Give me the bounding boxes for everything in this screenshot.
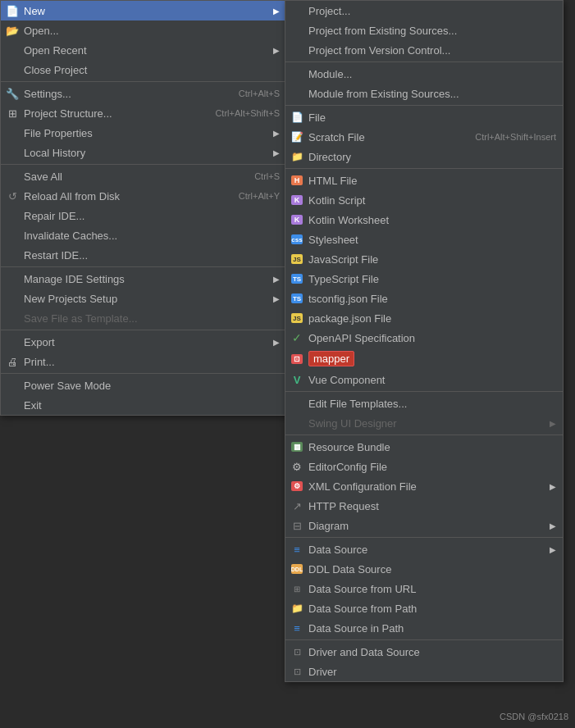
data-source-in-path-icon: ≡	[290, 621, 303, 635]
menu-item-repair-ide[interactable]: Repair IDE...	[1, 206, 286, 225]
menu-item-http-request-label: HTTP Request	[308, 500, 379, 512]
menu-item-module[interactable]: Module...	[285, 64, 563, 84]
right-submenu: Project... Project from Existing Sources…	[285, 0, 564, 682]
js-icon: JS	[290, 253, 303, 266]
menu-item-project-vcs[interactable]: Project from Version Control...	[285, 40, 563, 60]
menu-item-xml-config[interactable]: ⚙ XML Configuration File ▶	[285, 476, 563, 496]
menu-item-new-projects-setup-label: New Projects Setup	[24, 293, 117, 305]
data-source-arrow: ▶	[533, 545, 556, 554]
menu-item-editorconfig[interactable]: ⚙ EditorConfig File	[285, 457, 563, 476]
menu-item-project[interactable]: Project...	[285, 1, 563, 20]
menu-item-javascript-file[interactable]: JS JavaScript File	[285, 249, 563, 269]
menu-item-new-projects-setup[interactable]: New Projects Setup ▶	[1, 289, 286, 308]
openapi-icon: ✓	[290, 331, 303, 344]
right-sep-1	[285, 61, 563, 62]
menu-item-manage-ide-label: Manage IDE Settings	[24, 273, 125, 285]
menu-item-save-template[interactable]: Save File as Template...	[1, 308, 286, 328]
menu-item-data-source-url-label: Data Source from URL	[308, 583, 417, 595]
right-sep-3	[285, 168, 563, 169]
menu-item-power-save-label: Power Save Mode	[24, 380, 111, 392]
menu-item-project-vcs-label: Project from Version Control...	[308, 44, 450, 57]
menu-item-exit[interactable]: Exit	[1, 395, 286, 415]
menu-item-resource-bundle-label: Resource Bundle	[308, 441, 390, 453]
menu-item-restart-ide[interactable]: Restart IDE...	[1, 245, 286, 265]
new-projects-arrow: ▶	[257, 294, 280, 303]
ts-icon: TS	[290, 272, 303, 285]
menu-item-edit-file-templates[interactable]: Edit File Templates...	[285, 394, 563, 413]
menu-item-open[interactable]: 📂 Open...	[1, 20, 286, 40]
menu-item-data-source-path-label: Data Source from Path	[308, 603, 417, 615]
menu-item-directory[interactable]: 📁 Directory	[285, 147, 563, 166]
menu-item-kotlin-script[interactable]: K Kotlin Script	[285, 190, 563, 210]
menu-item-data-source-url[interactable]: ⊞ Data Source from URL	[285, 579, 563, 598]
menu-item-mapper[interactable]: ⊡ mapper	[285, 348, 563, 370]
menu-item-project-structure[interactable]: ⊞ Project Structure... Ctrl+Alt+Shift+S	[1, 103, 286, 123]
menu-item-driver[interactable]: ⊡ Driver	[285, 662, 563, 681]
directory-icon: 📁	[290, 150, 303, 163]
export-arrow: ▶	[257, 338, 280, 347]
menu-item-ddl-data-source[interactable]: DDL DDL Data Source	[285, 559, 563, 579]
menu-item-data-source-in-path[interactable]: ≡ Data Source in Path	[285, 618, 563, 638]
menu-item-kotlin-worksheet[interactable]: K Kotlin Worksheet	[285, 210, 563, 230]
data-source-icon: ≡	[290, 543, 303, 556]
menu-item-open-recent[interactable]: Open Recent ▶	[1, 40, 286, 60]
menu-item-file[interactable]: 📄 File	[285, 107, 563, 127]
menu-item-settings[interactable]: 🔧 Settings... Ctrl+Alt+S	[1, 84, 286, 103]
wrench-icon: 🔧	[6, 87, 19, 100]
menu-item-module-existing[interactable]: Module from Existing Sources...	[285, 84, 563, 103]
menu-item-close-project[interactable]: Close Project	[1, 60, 286, 80]
menu-item-data-source[interactable]: ≡ Data Source ▶	[285, 539, 563, 559]
kotlin-worksheet-icon: K	[290, 213, 303, 226]
menu-item-edit-file-templates-label: Edit File Templates...	[308, 398, 407, 410]
resource-bundle-icon: ▦	[290, 440, 303, 453]
menu-item-directory-label: Directory	[308, 151, 351, 163]
menu-item-resource-bundle[interactable]: ▦ Resource Bundle	[285, 437, 563, 457]
driver-icon: ⊡	[290, 665, 303, 678]
scratch-icon: 📝	[290, 130, 303, 143]
menu-item-openapi[interactable]: ✓ OpenAPI Specification	[285, 328, 563, 348]
driver-data-source-icon: ⊡	[290, 645, 303, 658]
menu-item-file-properties[interactable]: File Properties ▶	[1, 123, 286, 143]
menu-item-swing-ui[interactable]: Swing UI Designer ▶	[285, 413, 563, 433]
menu-item-module-label: Module...	[308, 68, 352, 80]
right-sep-2	[285, 105, 563, 106]
menu-item-print-label: Print...	[24, 356, 55, 368]
watermark-text: CSDN @sfx0218	[500, 712, 568, 721]
menu-item-save-all[interactable]: Save All Ctrl+S	[1, 166, 286, 186]
menu-item-diagram[interactable]: ⊟ Diagram ▶	[285, 516, 563, 535]
menu-item-file-label: File	[308, 111, 326, 124]
right-sep-4	[285, 391, 563, 392]
menu-item-power-save[interactable]: Power Save Mode	[1, 375, 286, 395]
menu-item-data-source-in-path-label: Data Source in Path	[308, 622, 404, 635]
menu-item-settings-label: Settings...	[24, 88, 71, 100]
menu-item-local-history[interactable]: Local History ▶	[1, 143, 286, 162]
menu-item-new-label: New	[24, 5, 45, 17]
menu-item-invalidate-caches[interactable]: Invalidate Caches...	[1, 225, 286, 245]
data-source-path-icon: 📁	[290, 602, 303, 615]
editorconfig-icon: ⚙	[290, 460, 303, 473]
menu-item-tsconfig[interactable]: TS tsconfig.json File	[285, 289, 563, 308]
menu-item-manage-ide[interactable]: Manage IDE Settings ▶	[1, 269, 286, 289]
menu-item-editorconfig-label: EditorConfig File	[308, 461, 387, 473]
menu-item-typescript-file[interactable]: TS TypeScript File	[285, 269, 563, 289]
menu-item-export[interactable]: Export ▶	[1, 332, 286, 352]
menu-item-http-request[interactable]: ↗ HTTP Request	[285, 496, 563, 516]
menu-item-typescript-file-label: TypeScript File	[308, 273, 379, 285]
menu-item-project-existing[interactable]: Project from Existing Sources...	[285, 20, 563, 40]
menu-item-exit-label: Exit	[24, 399, 42, 412]
menu-item-data-source-path[interactable]: 📁 Data Source from Path	[285, 598, 563, 618]
manage-ide-arrow: ▶	[257, 275, 280, 284]
menu-item-stylesheet-label: Stylesheet	[308, 234, 358, 246]
menu-item-vue-component[interactable]: V Vue Component	[285, 370, 563, 389]
menu-item-reload[interactable]: ↺ Reload All from Disk Ctrl+Alt+Y	[1, 186, 286, 206]
new-arrow: ▶	[257, 7, 280, 16]
menu-item-stylesheet[interactable]: css Stylesheet	[285, 230, 563, 249]
menu-item-print[interactable]: 🖨 Print...	[1, 352, 286, 371]
menu-item-driver-data-source[interactable]: ⊡ Driver and Data Source	[285, 642, 563, 662]
menu-item-package-json[interactable]: JS package.json File	[285, 308, 563, 328]
menu-item-new[interactable]: 📄 New ▶	[1, 1, 286, 20]
menu-item-scratch-file-label: Scratch File	[308, 131, 365, 143]
diagram-arrow: ▶	[533, 521, 556, 530]
menu-item-html-file[interactable]: H HTML File	[285, 171, 563, 190]
menu-item-scratch-file[interactable]: 📝 Scratch File Ctrl+Alt+Shift+Insert	[285, 127, 563, 147]
